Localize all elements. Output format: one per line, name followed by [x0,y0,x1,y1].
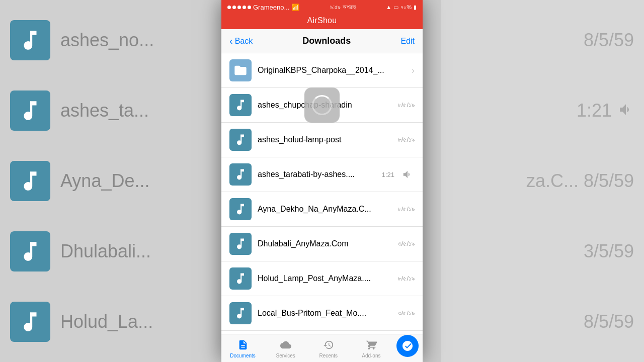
list-item[interactable]: ashes_holud-lamp-post ৮/৫/১৯ [221,123,423,157]
file-meta: ৮/৫/১৯ [398,205,415,213]
music-file-icon [229,129,252,151]
music-file-icon [229,94,252,116]
services-icon [279,338,292,351]
list-item[interactable]: Ayna_Dekho_Na_AnyMaza.C... ৮/৫/১৯ [221,192,423,227]
file-name: ashes_tarabati-by-ashes.... [258,170,355,178]
signal-dots [227,6,251,9]
tab-bar: Documents Services Recents Add-ons [221,334,423,362]
file-name: Dhulabali_AnyMaza.Com [258,239,349,248]
music-file-icon [229,302,252,324]
back-chevron-icon: ‹ [229,36,233,46]
app-title-bar: AirShou [221,14,423,29]
music-file-icon [229,267,252,290]
app-name: AirShou [307,16,337,25]
file-info: Holud_Lamp_Post_AnyMaza.... [258,274,392,283]
gps-icon: ▲ [386,4,391,10]
nav-title: Downloads [302,36,351,46]
tab-documents[interactable]: Documents [221,334,264,362]
status-left: Grameeno... 📶 [227,4,299,11]
time-display: ৯:৫৯ অপরাহু [330,4,356,11]
carrier-label: Grameeno... [253,4,289,11]
tab-recents[interactable]: Recents [307,334,350,362]
signal-dot-4 [243,6,246,9]
back-label: Back [235,37,253,46]
tab-extra-action[interactable] [392,334,423,362]
battery-icon: ▮ [414,4,417,11]
folder-icon [229,59,252,81]
back-button[interactable]: ‹ Back [229,36,253,46]
documents-icon [236,338,250,351]
signal-dot-1 [227,6,231,9]
list-item[interactable]: OriginalKBPS_Charpoka__2014_... › [221,53,423,88]
nav-bar: ‹ Back Downloads Edit [221,29,423,53]
list-item[interactable]: ashes_tarabati-by-ashes.... 1:21 [221,157,423,192]
recents-icon [322,338,335,351]
file-info: ashes_holud-lamp-post [258,135,392,144]
file-list: OriginalKBPS_Charpoka__2014_... › ashes_… [221,53,423,334]
file-name: ashes_holud-lamp-post [258,135,341,144]
battery-label: ৭০% [400,4,412,11]
file-info: OriginalKBPS_Charpoka__2014_... [258,66,406,75]
status-right: ▲ ▭ ৭০% ▮ [386,4,417,11]
list-item[interactable]: Local_Bus-Pritom_Feat_Mo.... ৩/৫/১৯ [221,296,423,331]
bg-left: ashes_no... ashes_ta... Ayna_De... Dhula… [0,0,220,362]
file-meta: ৮/৫/১৯ [398,101,415,109]
signal-dot-2 [232,6,236,9]
screen-icon: ▭ [393,4,398,11]
chevron-right-icon: › [412,65,415,76]
tab-addons-label: Add-ons [362,353,380,358]
wifi-icon: 📶 [291,4,299,11]
compass-button[interactable] [396,335,419,357]
file-meta: ৮/৫/১৯ [398,275,415,283]
list-item[interactable]: ashes_chupchap-sharadin ৮/৫/১৯ [221,88,423,123]
file-meta: 1:21 [382,171,394,178]
music-file-icon [229,163,252,186]
volume-icon [400,167,415,182]
file-name: OriginalKBPS_Charpoka__2014_... [258,66,384,74]
file-meta: ৩/৫/১৯ [398,309,415,317]
file-meta: ৮/৫/১৯ [398,136,415,144]
phone-overlay: Grameeno... 📶 ৯:৫৯ অপরাহু ▲ ▭ ৭০% ▮ AirS… [221,0,423,362]
tab-recents-label: Recents [319,353,338,358]
bg-right: 8/5/59 1:21 za.C... 8/5/59 3/5/59 8/5/59 [441,0,644,362]
music-file-icon [229,233,252,255]
file-info: Local_Bus-Pritom_Feat_Mo.... [258,309,392,318]
signal-dot-3 [237,6,241,9]
file-name: Ayna_Dekho_Na_AnyMaza.C... [258,205,371,213]
addons-icon [365,338,378,351]
edit-button[interactable]: Edit [400,37,415,46]
tab-documents-label: Documents [230,353,256,358]
list-item[interactable]: Dhulabali_AnyMaza.Com ৩/৫/১৯ [221,227,423,261]
file-meta: ৩/৫/১৯ [398,240,415,248]
file-info: ashes_tarabati-by-ashes.... [258,170,376,179]
music-file-icon [229,198,252,220]
tab-addons[interactable]: Add-ons [350,334,392,362]
file-name: ashes_chupchap-sharadin [258,101,352,109]
file-name: Holud_Lamp_Post_AnyMaza.... [258,274,371,283]
tab-services-label: Services [276,353,295,358]
file-name: Local_Bus-Pritom_Feat_Mo.... [258,309,366,317]
list-item[interactable]: Holud_Lamp_Post_AnyMaza.... ৮/৫/১৯ [221,261,423,296]
tab-services[interactable]: Services [264,334,307,362]
status-bar: Grameeno... 📶 ৯:৫৯ অপরাহু ▲ ▭ ৭০% ▮ [221,0,423,14]
file-info: Ayna_Dekho_Na_AnyMaza.C... [258,205,392,214]
signal-dot-5 [248,6,251,9]
list-item[interactable]: Noyon_Shobar_Noyon(sumir... ৩/৫/১৯ [221,331,423,334]
file-info: Dhulabali_AnyMaza.Com [258,239,392,248]
file-info: ashes_chupchap-sharadin [258,101,392,110]
